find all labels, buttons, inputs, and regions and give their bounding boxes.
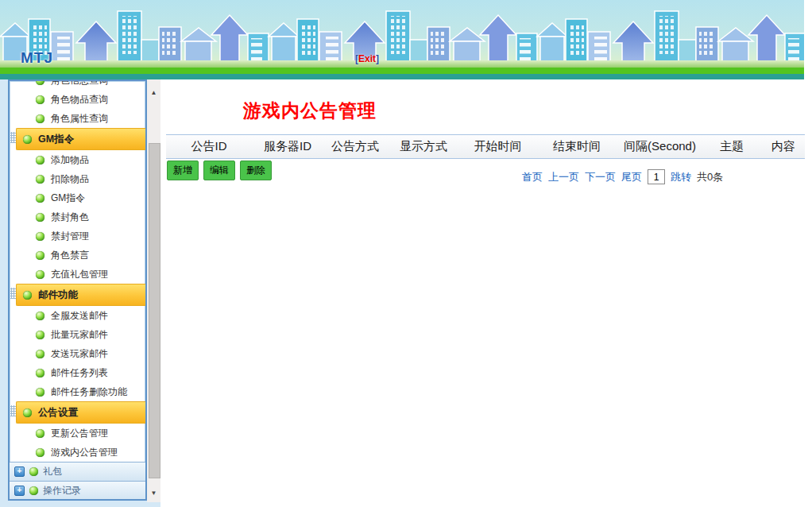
menu-orb-icon [36,331,44,339]
menu-orb-icon [23,291,32,300]
total-count-label: 共0条 [697,170,723,184]
delete-button[interactable]: 删除 [240,161,272,180]
menu-orb-icon [36,79,44,85]
city-skyline-icon [0,0,804,74]
page-number-input[interactable] [648,169,665,184]
sidebar-menu-item[interactable]: 邮件任务删除功能 [10,382,145,401]
sidebar-item-label: 邮件任务删除功能 [51,385,127,399]
scroll-up-icon[interactable]: ▲ [147,86,160,99]
header-banner: MTJ [Exit] [0,0,804,74]
edit-button[interactable]: 编辑 [203,161,235,180]
menu-orb-icon [29,486,38,495]
sidebar-group-header[interactable]: 公告设置 [16,401,145,424]
sidebar-menu-item[interactable]: 全服发送邮件 [10,306,145,325]
scroll-down-icon[interactable]: ▼ [147,486,160,499]
exit-link[interactable]: [Exit] [355,53,379,64]
sidebar-item-label: GM指令 [51,192,85,205]
menu-orb-icon [36,388,44,397]
sidebar-item-label: 角色信息查询 [51,79,108,87]
sidebar-item-label: 角色属性查询 [51,112,108,126]
table-header-cell: 公告方式 [323,139,387,154]
expand-plus-icon[interactable] [14,486,25,496]
sidebar-group-label: 操作记录 [43,484,81,497]
sidebar-collapsed-group[interactable]: 礼包 [10,462,145,481]
sidebar-item-label: 角色禁言 [51,249,89,262]
sidebar-group-header[interactable]: 邮件功能 [16,284,145,306]
sidebar-column: 角色信息查询 角色物品查询 角色属性查询 GM指令 [0,79,160,507]
sidebar-menu-item[interactable]: 游戏内公告管理 [10,443,145,462]
first-page-link[interactable]: 首页 [522,170,543,184]
last-page-link[interactable]: 尾页 [621,170,642,184]
sidebar-menu-item[interactable]: 更新公告管理 [10,424,145,443]
toolbar: 新增 编辑 删除 [167,161,272,180]
sidebar-menu-item[interactable]: 角色属性查询 [10,109,145,128]
sidebar-menu-item[interactable]: 发送玩家邮件 [10,344,145,363]
menu-orb-icon [36,156,44,164]
sidebar-menu: 角色信息查询 角色物品查询 角色属性查询 GM指令 [8,79,147,501]
next-page-link[interactable]: 下一页 [585,170,616,184]
sidebar-item-label: 游戏内公告管理 [51,446,118,459]
scrollbar-thumb[interactable] [149,143,160,478]
menu-orb-icon [36,194,44,203]
sidebar-menu-item[interactable]: 添加物品 [10,150,145,169]
sidebar-item-label: 充值礼包管理 [51,268,108,281]
menu-orb-icon [36,213,44,222]
jump-link[interactable]: 跳转 [671,170,691,184]
table-header-cell: 结束时间 [536,139,618,154]
main-content: 游戏内公告管理 公告ID 服务器ID 公告方式 显示方式 开始时间 结束时间 间… [160,79,812,507]
page-title: 游戏内公告管理 [243,99,377,123]
menu-orb-icon [36,429,44,438]
sidebar-item-label: 发送玩家邮件 [51,347,108,361]
table-header-cell: 服务器ID [252,139,323,154]
table-header-cell: 显示方式 [387,139,460,154]
sidebar-item-label: 更新公告管理 [51,427,108,440]
sidebar-menu-item[interactable]: 禁封管理 [10,226,145,246]
sidebar-group-label: 公告设置 [38,406,78,420]
table-header-cell: 间隔(Second) [618,139,702,154]
menu-orb-icon [36,448,44,457]
table-header-row: 公告ID 服务器ID 公告方式 显示方式 开始时间 结束时间 间隔(Second… [166,134,805,159]
table-header-cell: 内容 [762,139,805,154]
sidebar-menu-item[interactable]: 角色物品查询 [10,90,145,109]
sidebar-menu-item[interactable]: 角色信息查询 [10,79,145,90]
pagination: 首页 上一页 下一页 尾页 跳转 共0条 [522,169,723,184]
menu-orb-icon [36,350,44,358]
menu-orb-icon [36,312,44,320]
menu-orb-icon [36,175,44,184]
sidebar-item-label: 扣除物品 [51,172,89,186]
table-header-cell: 主题 [702,139,762,154]
sidebar-menu-item[interactable]: 批量玩家邮件 [10,325,145,344]
table-header-cell: 公告ID [166,139,252,154]
teal-divider [0,74,804,79]
menu-orb-icon [36,114,44,123]
sidebar-menu-item[interactable]: 充值礼包管理 [10,265,145,284]
logo-text: MTJ [21,49,53,67]
sidebar-item-label: 禁封管理 [51,230,89,243]
sidebar-group-label: GM指令 [38,133,74,146]
menu-orb-icon [23,135,32,144]
menu-orb-icon [23,408,32,417]
sidebar-item-label: 禁封角色 [51,211,89,224]
add-button[interactable]: 新增 [167,161,199,180]
menu-orb-icon [36,369,44,377]
sidebar-menu-item[interactable]: 角色禁言 [10,246,145,265]
menu-orb-icon [36,232,44,241]
sidebar-menu-item[interactable]: 邮件任务列表 [10,363,145,382]
sidebar-menu-item[interactable]: 禁封角色 [10,207,145,226]
sidebar-scrollbar[interactable]: ▲ ▼ [147,79,160,502]
sidebar-collapsed-group[interactable]: 操作记录 [10,481,145,501]
prev-page-link[interactable]: 上一页 [548,170,579,184]
sidebar-item-label: 批量玩家邮件 [51,328,108,342]
menu-orb-icon [36,95,44,104]
menu-orb-icon [36,251,44,260]
sidebar-group-label: 礼包 [43,465,62,478]
sidebar-menu-item[interactable]: 扣除物品 [10,169,145,188]
sidebar-item-label: 全服发送邮件 [51,309,108,323]
expand-plus-icon[interactable] [14,466,25,477]
menu-orb-icon [36,270,44,279]
sidebar-menu-item[interactable]: GM指令 [10,188,145,207]
menu-orb-icon [29,467,38,476]
sidebar-item-label: 邮件任务列表 [51,366,108,380]
sidebar-item-label: 角色物品查询 [51,93,108,106]
sidebar-group-header[interactable]: GM指令 [16,128,145,150]
